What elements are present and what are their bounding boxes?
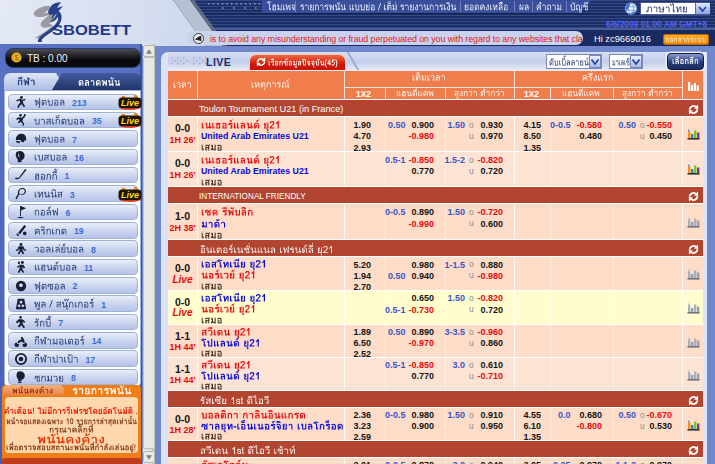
svg-text:Live: Live (121, 116, 139, 126)
svg-text:SBOBETT: SBOBETT (52, 22, 131, 38)
svg-text:$: $ (14, 53, 18, 62)
svg-text:Live: Live (121, 98, 139, 108)
svg-text:Live: Live (121, 190, 139, 200)
